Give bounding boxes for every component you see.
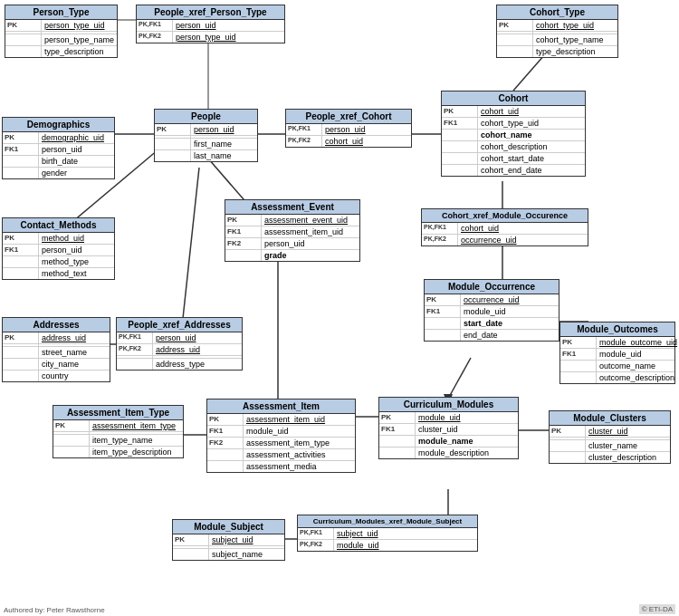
- key: [3, 371, 39, 381]
- field: item_type_name: [90, 435, 183, 446]
- table-Addresses: Addresses PKaddress_uid street_name city…: [2, 317, 110, 382]
- field: person_uid: [262, 238, 359, 249]
- key: PK: [425, 294, 461, 305]
- field: assessment_item_type: [244, 438, 355, 448]
- field: person_type_name: [42, 34, 117, 45]
- key: PK,FK2: [137, 32, 173, 43]
- key: [560, 361, 597, 371]
- table-Assessment_Event: Assessment_Event PKassessment_event_uid …: [225, 199, 360, 262]
- field: person_uid: [322, 124, 411, 135]
- table-People_xref_Person_Type-header: People_xref_Person_Type: [137, 5, 284, 20]
- field: person_uid: [39, 245, 114, 255]
- table-People_xref_Cohort: People_xref_Cohort PK,FK1person_uid PK,F…: [285, 109, 412, 148]
- table-People_xref_Person_Type: People_xref_Person_Type PK,FK1person_uid…: [136, 5, 285, 43]
- key: [442, 130, 478, 140]
- key: [53, 432, 90, 434]
- key: [207, 461, 244, 472]
- table-Contact_Methods: Contact_Methods PKmethod_uid FK1person_u…: [2, 217, 115, 280]
- field: cohort_type_name: [533, 34, 617, 45]
- field: occurrence_uid: [461, 294, 559, 305]
- key: [5, 46, 42, 57]
- key: PK,FK1: [117, 332, 153, 343]
- key: FK1: [3, 245, 39, 255]
- key: [117, 356, 153, 358]
- key: PK,FK1: [422, 223, 458, 234]
- field: assessment_media: [244, 461, 355, 472]
- field: cohort_name: [478, 130, 585, 140]
- key: PK: [225, 215, 262, 226]
- key: PK: [497, 20, 533, 31]
- key: PK,FK2: [298, 540, 334, 551]
- field: birth_date: [39, 156, 114, 167]
- field: address_uid: [153, 344, 242, 355]
- key: [225, 250, 262, 261]
- field: [533, 32, 617, 34]
- table-Assessment_Event-header: Assessment_Event: [225, 200, 359, 215]
- logo-text: © ETI-DA: [639, 604, 675, 614]
- field: method_text: [39, 268, 114, 279]
- key: [379, 436, 416, 447]
- field: [153, 356, 242, 358]
- field: address_type: [153, 359, 242, 370]
- table-Cohort_xref_Module_Occurence: Cohort_xref_Module_Occurence PK,FK1cohor…: [421, 208, 588, 246]
- key: PK: [379, 412, 416, 423]
- key: [497, 34, 533, 45]
- field: start_date: [461, 318, 559, 329]
- field: end_date: [461, 330, 559, 341]
- table-Person_Type-header: Person_Type: [5, 5, 117, 20]
- key: PK: [155, 124, 191, 135]
- table-Assessment_Item_Type-header: Assessment_Item_Type: [53, 406, 183, 420]
- table-Curriculum_Modules-header: Curriculum_Modules: [379, 398, 518, 412]
- key: [497, 46, 533, 57]
- field: method_uid: [39, 233, 114, 244]
- author-text: Authored by: Peter Rawsthorne: [4, 606, 105, 614]
- key: FK2: [225, 238, 262, 249]
- svg-line-15: [448, 358, 471, 399]
- table-Module_Occurrence-header: Module_Occurrence: [425, 280, 559, 294]
- field: address_uid: [39, 332, 110, 343]
- key: PK,FK2: [422, 235, 458, 245]
- field: module_uid: [416, 412, 518, 423]
- key: [3, 256, 39, 267]
- key: PK: [3, 132, 39, 143]
- field: module_outcome_uid: [597, 337, 679, 348]
- key: [53, 447, 90, 457]
- field: [42, 32, 117, 34]
- field: cohort_start_date: [478, 153, 585, 164]
- field: module_uid: [597, 349, 674, 360]
- key: [53, 435, 90, 446]
- field: outcome_name: [597, 361, 674, 371]
- field: gender: [39, 168, 114, 178]
- key: [173, 546, 209, 548]
- key: FK1: [207, 426, 244, 437]
- field: person_uid: [173, 20, 284, 31]
- field: module_uid: [334, 540, 477, 551]
- field: first_name: [191, 139, 257, 149]
- key: PK: [442, 106, 478, 117]
- key: FK1: [425, 306, 461, 317]
- table-Demographics-header: Demographics: [3, 118, 114, 132]
- field: subject_name: [209, 549, 284, 560]
- table-Module_Outcomes-header: Module_Outcomes: [560, 322, 674, 337]
- table-Demographics: Demographics PKdemographic_uid FK1person…: [2, 117, 115, 179]
- field: subject_uid: [334, 528, 477, 539]
- table-Contact_Methods-header: Contact_Methods: [3, 218, 114, 233]
- key: [117, 359, 153, 370]
- table-Module_Clusters: Module_Clusters PKcluster_uid cluster_na…: [549, 410, 671, 464]
- table-Assessment_Item_Type: Assessment_Item_Type PKassessment_item_t…: [53, 405, 184, 458]
- key: FK1: [3, 144, 39, 155]
- table-People_xref_Addresses: People_xref_Addresses PK,FK1person_uid P…: [116, 317, 243, 371]
- table-Cohort_xref_Module_Occurence-header: Cohort_xref_Module_Occurence: [422, 209, 588, 223]
- field: subject_uid: [209, 534, 284, 545]
- field: [90, 432, 183, 434]
- key: FK1: [560, 349, 597, 360]
- field: outcome_description: [597, 372, 677, 383]
- field: module_uid: [244, 426, 355, 437]
- key: PK,FK1: [286, 124, 322, 135]
- key: [550, 452, 586, 463]
- table-Cohort_Type-header: Cohort_Type: [497, 5, 617, 20]
- key: FK1: [225, 226, 262, 237]
- field: cohort_end_date: [478, 165, 585, 176]
- table-People: People PKperson_uid first_name last_name: [154, 109, 258, 162]
- key: [155, 139, 191, 149]
